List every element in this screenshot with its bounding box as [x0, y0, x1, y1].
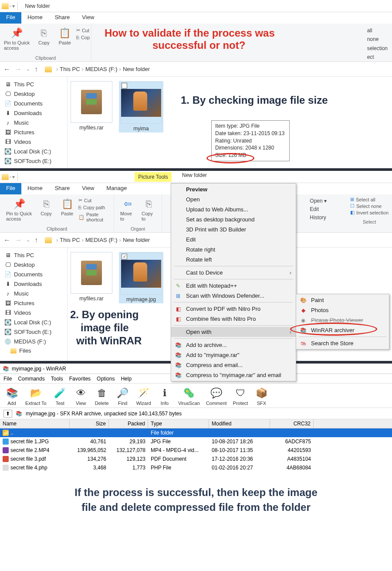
sub-paint[interactable]: 🎨Paint: [296, 295, 389, 305]
forward-button[interactable]: →: [15, 65, 22, 73]
recent-button[interactable]: ⌄: [26, 237, 30, 243]
ctx-edit-notepad[interactable]: ✎Edit with Notepad++: [171, 281, 296, 291]
ctx-open[interactable]: Open: [171, 194, 296, 204]
wr-virusscan-button[interactable]: 🦠VirusScan: [178, 386, 200, 406]
file-tile-image-selected[interactable]: ✓ myimage.jpg: [119, 252, 163, 303]
back-button[interactable]: ←: [3, 65, 10, 73]
winrar-row-up[interactable]: 📁.. File folder: [0, 428, 392, 437]
qat-props-icon[interactable]: ▾: [12, 3, 15, 9]
cut-button[interactable]: ✂Cut: [78, 197, 110, 204]
edit-button[interactable]: Edit: [310, 205, 327, 214]
sub-picasa[interactable]: ◉Picasa Photo Viewer: [296, 315, 389, 325]
ctx-rotate-right[interactable]: Rotate right: [171, 245, 296, 255]
copy-button[interactable]: ⎘ Copy: [34, 25, 54, 46]
sidebar-item-videos[interactable]: 🎞Videos: [2, 308, 65, 317]
ctx-convert-pdf[interactable]: ◧Convert to PDF with Nitro Pro: [171, 304, 296, 314]
winrar-column-headers[interactable]: Name Size Packed Type Modified CRC32: [0, 419, 392, 428]
open-dropdown[interactable]: Open ▾: [310, 197, 327, 205]
wr-info-button[interactable]: ℹInfo: [157, 386, 172, 406]
ctx-3dprint[interactable]: 3D Print with 3D Builder: [171, 224, 296, 235]
copy-path-button[interactable]: ⎘Cop: [76, 34, 90, 41]
menu-tools[interactable]: Tools: [51, 376, 63, 382]
sidebar-item-music[interactable]: ♪Music: [2, 118, 65, 127]
sidebar-item-downloads[interactable]: ⬇Downloads: [2, 279, 65, 289]
qat-icon[interactable]: ▾: [12, 174, 15, 180]
tab-file[interactable]: File: [0, 183, 21, 194]
cut-button[interactable]: ✂Cut: [76, 27, 90, 34]
sidebar-item-localdisk[interactable]: 💽Local Disk (C:): [2, 146, 65, 156]
sidebar-item-thispc[interactable]: 🖥This PC: [2, 250, 65, 260]
header-packed[interactable]: Packed: [109, 419, 148, 428]
sidebar-item-pictures[interactable]: 🖼Pictures: [2, 127, 65, 137]
winrar-file-row[interactable]: secret file 3.pdf134,276129,123PDF Docum…: [0, 455, 392, 463]
sidebar-item-pictures[interactable]: 🖼Pictures: [2, 298, 65, 308]
copy-button[interactable]: ⎘Copy: [37, 196, 56, 217]
ctx-setbg[interactable]: Set as desktop background: [171, 214, 296, 224]
sidebar-item-localdisk[interactable]: 💽Local Disk (C:): [2, 317, 65, 327]
recent-button[interactable]: ⌄: [26, 66, 30, 72]
tab-share[interactable]: Share: [49, 12, 76, 24]
breadcrumb[interactable]: › This PC› MEDIAS (F:)› New folder: [56, 66, 150, 72]
menu-file[interactable]: File: [3, 376, 12, 382]
tab-view[interactable]: View: [76, 183, 100, 194]
ctx-combine-pdf[interactable]: ◧Combine files with Nitro Pro: [171, 314, 296, 324]
ctx-add-rar[interactable]: 📚Add to "myimage.rar": [171, 350, 296, 360]
wr-find-button[interactable]: 🔎Find: [115, 386, 130, 406]
header-type[interactable]: Type: [148, 419, 209, 428]
tab-share[interactable]: Share: [49, 183, 76, 194]
tab-view[interactable]: View: [76, 12, 100, 24]
wr-comment-button[interactable]: 💬Comment: [206, 386, 227, 406]
copy-path-button[interactable]: ⎘Copy path: [78, 204, 110, 211]
ctx-compress-rar-email[interactable]: 📚Compress to "myimage.rar" and email: [171, 370, 296, 380]
up-button[interactable]: ↑: [34, 236, 38, 244]
ctx-compress-email[interactable]: 📚Compress and email...: [171, 360, 296, 370]
ctx-upload[interactable]: Upload to Web Albums...: [171, 204, 296, 214]
pin-quick-access-button[interactable]: 📌 Pin to Quick access: [1, 25, 33, 51]
sidebar-item-downloads[interactable]: ⬇Downloads: [2, 108, 65, 118]
header-size[interactable]: Size: [70, 419, 109, 428]
sub-photos[interactable]: ◆Photos: [296, 305, 389, 315]
paste-button[interactable]: 📋 Paste: [55, 25, 74, 46]
tab-home[interactable]: Home: [21, 12, 49, 24]
ctx-rotate-left[interactable]: Rotate left: [171, 255, 296, 265]
up-button[interactable]: ↑: [34, 65, 38, 73]
wr-wizard-button[interactable]: 🪄Wizard: [136, 386, 151, 406]
menu-favorites[interactable]: Favorites: [69, 376, 91, 382]
checkbox-icon[interactable]: [122, 83, 127, 88]
ctx-scan-defender[interactable]: ⊞Scan with Windows Defender...: [171, 291, 296, 301]
winrar-file-row[interactable]: secret file 4.php3,4681,773PHP File01-02…: [0, 463, 392, 472]
wr-delete-button[interactable]: 🗑Delete: [95, 386, 109, 406]
checkbox-checked-icon[interactable]: ✓: [122, 254, 127, 259]
qat-save-icon[interactable]: ▫: [10, 3, 11, 9]
wr-extract-button[interactable]: 📂Extract To: [25, 386, 47, 406]
wr-protect-button[interactable]: 🛡Protect: [233, 386, 248, 406]
wr-add-button[interactable]: 📚Add: [4, 386, 19, 406]
file-tile-rar[interactable]: myfiles.rar: [69, 252, 114, 302]
sidebar-item-files[interactable]: Files: [2, 346, 65, 355]
header-crc[interactable]: CRC32: [270, 419, 314, 428]
sidebar-item-documents[interactable]: 📄Documents: [2, 269, 65, 279]
pin-button[interactable]: 📌Pin to Quick access: [3, 196, 35, 222]
sidebar-item-desktop[interactable]: 🖵Desktop: [2, 89, 65, 99]
copy-to-button[interactable]: ⎘Copy to: [139, 196, 158, 222]
winrar-file-row[interactable]: secret file 2.MP4139,965,052132,127,078M…: [0, 446, 392, 455]
select-all-button[interactable]: ⊞Select all: [350, 196, 389, 203]
tab-home[interactable]: Home: [21, 183, 49, 194]
header-name[interactable]: Name: [0, 419, 70, 428]
ctx-add-archive[interactable]: 📚Add to archive...: [171, 340, 296, 350]
breadcrumb[interactable]: › This PC› MEDIAS (F:)› New folder: [56, 237, 150, 243]
sidebar-item-music[interactable]: ♪Music: [2, 289, 65, 298]
file-tile-rar[interactable]: myfiles.rar: [69, 81, 114, 131]
file-list[interactable]: myfiles.rar myima Item type: JPG File Da…: [68, 77, 392, 168]
sidebar-item-softouch[interactable]: 💽SOFTouch (E:): [2, 156, 65, 166]
file-tile-image[interactable]: myima: [119, 81, 163, 133]
sub-search-store[interactable]: 🛍Search the Store: [296, 338, 389, 348]
wr-view-button[interactable]: 👁View: [74, 386, 88, 406]
qat-icon[interactable]: ▫: [10, 174, 11, 180]
ctx-edit[interactable]: Edit: [171, 235, 296, 245]
up-icon[interactable]: ⬆: [3, 410, 12, 418]
menu-help[interactable]: Help: [121, 376, 132, 382]
ctx-cast[interactable]: Cast to Device›: [171, 268, 296, 278]
paste-shortcut-button[interactable]: 📋Paste shortcut: [78, 211, 110, 223]
sidebar-item-thispc[interactable]: 🖥This PC: [2, 79, 65, 89]
